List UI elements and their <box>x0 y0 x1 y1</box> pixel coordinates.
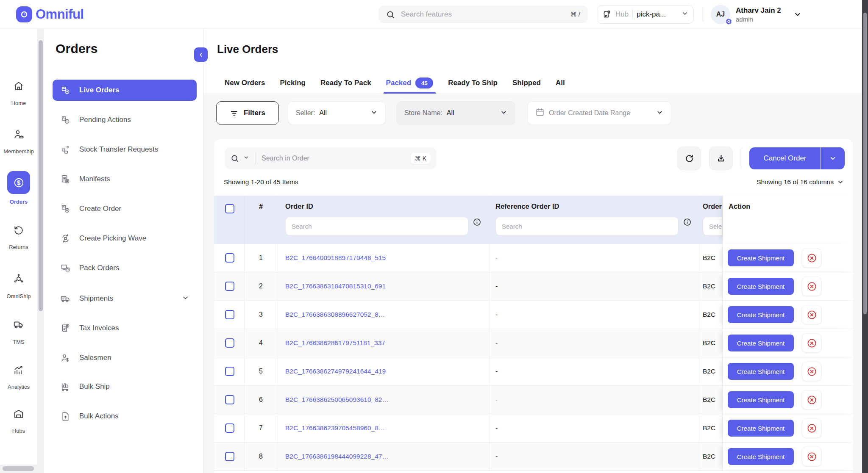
row-checkbox[interactable] <box>225 452 234 461</box>
create-shipment-button[interactable]: Create Shipment <box>728 306 794 323</box>
create-shipment-button[interactable]: Create Shipment <box>728 335 794 351</box>
sidebar-scrollbar[interactable] <box>37 29 44 473</box>
row-checkbox[interactable] <box>225 338 234 348</box>
order-type-cell: B2C <box>699 443 723 470</box>
sidebar-collapse-button[interactable] <box>194 47 208 62</box>
cancel-order-icon-button[interactable] <box>802 447 821 466</box>
menu-item-create-order[interactable]: Create Order <box>53 198 197 219</box>
refresh-button[interactable] <box>677 147 701 170</box>
menu-item-shipments[interactable]: Shipments <box>53 288 197 309</box>
cancel-order-icon-button[interactable] <box>802 305 821 324</box>
menu-item-bulk-ship[interactable]: Bulk Ship <box>53 376 197 397</box>
cancel-order-icon-button[interactable] <box>802 277 821 296</box>
create-shipment-button[interactable]: Create Shipment <box>728 448 794 465</box>
chevron-down-icon[interactable] <box>243 155 249 162</box>
action-cell: Create Shipment <box>723 272 853 300</box>
row-checkbox[interactable] <box>225 395 234 404</box>
columns-toggle[interactable]: Showing 16 of 16 columns <box>757 178 844 186</box>
date-range-filter[interactable]: Order Created Date Range <box>527 101 671 125</box>
row-checkbox[interactable] <box>225 423 234 433</box>
tab-new-orders[interactable]: New Orders <box>224 72 266 94</box>
order-search-input[interactable] <box>262 155 406 162</box>
order-id-link[interactable]: B2C_1766386318470815310_691 <box>285 282 386 290</box>
create-shipment-button[interactable]: Create Shipment <box>728 249 794 266</box>
menu-item-live-orders[interactable]: Live Orders <box>53 80 197 101</box>
brand-logo[interactable]: Omniful <box>16 6 84 22</box>
order-type-select[interactable] <box>703 217 723 235</box>
tab-ready-to-ship[interactable]: Ready To Ship <box>447 72 498 94</box>
menu-item-stock-transfer-requests[interactable]: Stock Transfer Requests <box>53 139 197 160</box>
create-shipment-button[interactable]: Create Shipment <box>728 278 794 295</box>
order-id-link[interactable]: B2C_1766386286179751181_337 <box>285 339 385 347</box>
create-shipment-button[interactable]: Create Shipment <box>728 363 794 380</box>
row-checkbox[interactable] <box>225 367 234 376</box>
menu-item-pending-actions[interactable]: Pending Actions <box>53 109 197 130</box>
select-all-checkbox[interactable] <box>225 204 234 213</box>
cancel-order-icon-button[interactable] <box>802 390 821 409</box>
sidebar-item-omniship[interactable]: OmniShip <box>0 274 37 299</box>
order-id-link[interactable]: B2C_1766400918897170448_515 <box>285 254 386 262</box>
tab-ready-to-pack[interactable]: Ready To Pack <box>320 72 372 94</box>
hub-selector[interactable]: Hub pick-pa... <box>597 5 694 24</box>
table-row: 4B2C_1766386286179751181_337-B2CCreate S… <box>214 329 853 357</box>
user-chevron-down-icon[interactable] <box>793 10 802 20</box>
row-checkbox[interactable] <box>225 253 234 263</box>
sidebar-item-membership[interactable]: Membership <box>0 129 37 155</box>
reference-order-id-cell: - <box>490 414 699 442</box>
sidebar-horizontal-scrollbar-thumb[interactable] <box>3 466 34 471</box>
sidebar-scrollbar-thumb[interactable] <box>39 40 43 311</box>
orders-sidebar: Orders Live OrdersPending ActionsStock T… <box>44 29 204 473</box>
row-checkbox[interactable] <box>225 282 234 291</box>
row-checkbox[interactable] <box>225 310 234 319</box>
order-id-link[interactable]: B2C_1766386250065093610_82… <box>285 396 389 404</box>
menu-item-create-picking-wave[interactable]: Create Picking Wave <box>53 228 197 249</box>
row-index: 1 <box>245 244 278 272</box>
feature-search[interactable]: ⌘ / <box>378 6 588 23</box>
sidebar-item-orders[interactable]: Orders <box>0 171 37 205</box>
window-scrollbar[interactable] <box>862 0 868 473</box>
feature-search-input[interactable] <box>401 10 565 19</box>
sidebar-item-tms[interactable]: TMS <box>0 319 37 345</box>
cancel-order-button[interactable]: Cancel Order <box>749 147 821 169</box>
reference-order-id-search-input[interactable] <box>495 217 679 235</box>
user-menu[interactable]: AJ ⚙ Atharv Jain 2 admin <box>711 4 781 25</box>
chevron-down-icon <box>829 155 837 162</box>
tab-all[interactable]: All <box>555 72 566 94</box>
sidebar-item-home[interactable]: Home <box>0 80 37 106</box>
tab-shipped[interactable]: Shipped <box>512 72 542 94</box>
sidebar-item-returns[interactable]: Returns <box>0 224 37 250</box>
info-icon[interactable] <box>473 218 481 228</box>
create-shipment-button[interactable]: Create Shipment <box>728 391 794 408</box>
filters-row: Filters Seller: All Store Name: All Orde… <box>204 94 862 139</box>
store-name-filter[interactable]: Store Name: All <box>396 101 515 125</box>
search-icon <box>231 154 239 163</box>
filters-button[interactable]: Filters <box>216 101 279 125</box>
tab-packed[interactable]: Packed45 <box>385 72 434 94</box>
sidebar-item-hubs[interactable]: Hubs <box>0 408 37 434</box>
window-scrollbar-thumb[interactable] <box>863 13 867 314</box>
tab-picking[interactable]: Picking <box>279 72 306 94</box>
order-id-search-input[interactable] <box>285 217 468 235</box>
cancel-order-icon-button[interactable] <box>802 248 821 268</box>
menu-item-salesmen[interactable]: Salesmen <box>53 347 197 368</box>
menu-item-pack-orders[interactable]: Pack Orders <box>53 257 197 279</box>
sidebar-item-analytics[interactable]: Analytics <box>0 364 37 390</box>
info-icon[interactable] <box>683 218 692 228</box>
order-search[interactable]: ⌘ K <box>225 147 437 169</box>
download-button[interactable] <box>709 147 733 170</box>
seller-filter[interactable]: Seller: All <box>288 101 386 125</box>
cancel-order-icon-button[interactable] <box>802 418 821 438</box>
menu-item-bulk-actions[interactable]: Bulk Actions <box>53 406 197 427</box>
sidebar-horizontal-scrollbar[interactable] <box>0 465 44 473</box>
menu-item-tax-invoices[interactable]: Tax Invoices <box>53 318 197 339</box>
sidebar-item-label: TMS <box>13 339 24 345</box>
create-shipment-button[interactable]: Create Shipment <box>728 420 794 437</box>
order-id-link[interactable]: B2C_1766386239705458960_8… <box>285 424 385 432</box>
order-id-link[interactable]: B2C_1766386198444099228_47… <box>285 453 389 460</box>
menu-item-manifests[interactable]: Manifests <box>53 169 197 190</box>
cancel-order-icon-button[interactable] <box>802 333 821 353</box>
order-id-link[interactable]: B2C_1766386308896627052_8… <box>285 311 385 318</box>
order-id-link[interactable]: B2C_1766386274979241644_419 <box>285 368 386 375</box>
cancel-order-dropdown[interactable] <box>821 147 845 169</box>
cancel-order-icon-button[interactable] <box>802 362 821 381</box>
